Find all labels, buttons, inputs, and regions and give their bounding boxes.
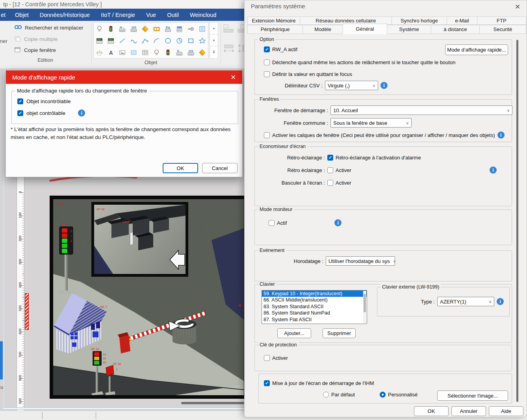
bulb-icon[interactable]	[151, 46, 162, 58]
add-keyboard-button[interactable]: Ajouter...	[277, 328, 311, 338]
burst-icon[interactable]	[94, 46, 105, 58]
traffic-icon[interactable]	[162, 46, 174, 58]
monitor-active-checkbox[interactable]	[269, 220, 275, 226]
tab-email[interactable]: e-Mail	[447, 17, 477, 25]
picture-icon[interactable]	[117, 46, 128, 58]
wave-icon[interactable]	[128, 35, 139, 46]
custom-radio[interactable]	[380, 392, 386, 398]
scroll-down-button[interactable]: ▼	[210, 34, 218, 47]
menu-item-weincloud[interactable]: Weincloud	[184, 12, 222, 18]
d999-icon[interactable]: 999	[94, 35, 105, 46]
layers-info-icon[interactable]: i	[497, 131, 505, 139]
menu-item-objet[interactable]: Objet	[9, 12, 34, 18]
line-icon[interactable]	[117, 35, 128, 46]
circle-icon[interactable]	[162, 35, 174, 46]
align-left-icon[interactable]	[223, 24, 235, 35]
default-radio[interactable]	[323, 392, 329, 398]
rwa-checkbox[interactable]: ✓	[264, 46, 270, 52]
tab-ftp[interactable]: FTP	[477, 17, 526, 25]
tab-securite[interactable]: Securité	[479, 25, 526, 34]
tab-a-distance[interactable]: à distance	[431, 25, 480, 34]
listbox-scrollbar[interactable]	[363, 291, 366, 323]
keypad-123-icon[interactable]: 123	[185, 46, 197, 58]
settings-close-icon[interactable]: ✕	[515, 3, 520, 11]
menu-item-vue[interactable]: Vue	[141, 12, 161, 18]
multi-copy-button[interactable]: Copie multiple	[14, 35, 58, 43]
tab-synchro-horloge[interactable]: Synchro horloge	[392, 17, 447, 25]
tab-extension-memoire[interactable]: Extension Mémoire	[247, 17, 300, 25]
menu-item-donnees[interactable]: Données/Historique	[34, 12, 95, 18]
arc-icon[interactable]	[151, 35, 162, 46]
tag-icon[interactable]	[197, 46, 208, 58]
keypad-123-icon[interactable]: 123	[128, 23, 139, 35]
boot-update-checkbox[interactable]: ✓	[264, 380, 270, 386]
release-action-checkbox[interactable]	[264, 59, 270, 65]
scroll-more-button[interactable]: ▼	[210, 46, 218, 59]
panel-icon[interactable]	[128, 46, 139, 58]
star-icon[interactable]	[197, 35, 208, 46]
menu-item-outil[interactable]: Outil	[161, 12, 184, 18]
bulb-icon[interactable]	[94, 23, 105, 35]
uncontrollable-checkbox[interactable]: ✓	[17, 98, 23, 104]
keypad-h-icon[interactable]: H↔	[174, 46, 185, 58]
menu-item-partial[interactable]: et	[0, 12, 9, 18]
controllable-checkbox[interactable]: ✓	[17, 110, 23, 116]
type-select[interactable]: AZERTY(1)∨	[437, 297, 494, 306]
inset-window-object[interactable]: SP 18 WL 6	[91, 202, 188, 277]
keypad-h-icon[interactable]: H↔	[117, 23, 128, 35]
tab-peripherique[interactable]: Périphérique	[247, 25, 303, 34]
tab-modele[interactable]: Modèle	[302, 25, 343, 34]
list-item[interactable]: 59. Keypad 10 - Integer(translucent)	[262, 290, 367, 297]
switch-icon[interactable]	[151, 23, 162, 35]
slider-icon[interactable]	[185, 23, 197, 35]
timestamp-select[interactable]: Utiliser l'horodatage du sys∨	[326, 256, 395, 266]
text-icon[interactable]: A	[105, 46, 117, 58]
selection-red-bar[interactable]	[25, 293, 29, 330]
search-replace-button[interactable]: Rechercher et remplacer	[14, 24, 84, 31]
backlight-info-icon[interactable]: i	[490, 167, 497, 174]
window-copy-button[interactable]: Copie fenêtre	[14, 46, 56, 54]
protection-checkbox[interactable]	[264, 355, 270, 361]
settings-help-button[interactable]: Aide	[489, 406, 523, 416]
combo-icon[interactable]	[174, 23, 185, 35]
set-value-focus-checkbox[interactable]	[264, 71, 270, 77]
cancel-button[interactable]: Cancel	[202, 163, 238, 173]
info-icon[interactable]: i	[78, 109, 85, 117]
start-window-select[interactable]: 10. Accueil∨	[330, 105, 512, 115]
rect-icon[interactable]	[185, 35, 197, 46]
side-panel-fragment[interactable]	[0, 341, 3, 379]
traffic-icon[interactable]	[105, 23, 117, 35]
common-window-select[interactable]: Sous la fenêtre de base∨	[330, 118, 412, 128]
table-icon[interactable]	[139, 46, 151, 58]
menu-item-iiot[interactable]: IIoT / Energie	[95, 12, 141, 18]
monitor-info-icon[interactable]: i	[334, 219, 341, 226]
tab-general[interactable]: Général	[343, 24, 387, 34]
pie-icon[interactable]	[174, 35, 185, 46]
tag-icon[interactable]	[139, 23, 151, 35]
poly-icon[interactable]	[139, 35, 151, 46]
distribute-horizontal-icon[interactable]	[223, 44, 235, 55]
list-item[interactable]: 83. System Standard ASCII	[262, 303, 367, 310]
type-info-icon[interactable]: i	[497, 298, 504, 305]
quick-display-mode-button[interactable]: Mode d’affichage rapide...	[445, 44, 508, 55]
csv-info-icon[interactable]: i	[380, 82, 388, 89]
list-item[interactable]: 66. ASCII Middle(translucent)	[262, 297, 367, 303]
settings-scrollbar[interactable]	[516, 40, 518, 402]
list-icon[interactable]	[197, 23, 208, 35]
dabc-icon[interactable]: ABC	[105, 35, 117, 46]
horizontal-scrollbar-thumb[interactable]	[181, 402, 244, 404]
fn-icon[interactable]: Fn	[162, 23, 174, 35]
list-item[interactable]: 87. System Flat ASCII	[262, 316, 367, 323]
scroll-up-button[interactable]: ▲	[210, 22, 218, 35]
settings-cancel-button[interactable]: Annuler	[451, 406, 486, 416]
list-item[interactable]: 86. System Standard NumPad	[262, 310, 367, 316]
remove-keyboard-button[interactable]: Supprimer	[323, 328, 356, 338]
rotating-cylinder-object[interactable]	[169, 320, 196, 344]
select-image-button[interactable]: Sélectionner l'image...	[437, 390, 508, 401]
tab-systeme[interactable]: Système	[387, 25, 431, 34]
ok-button[interactable]: OK	[163, 163, 198, 173]
hmi-canvas[interactable]: SP 18 WL 6	[50, 196, 247, 399]
backlight-alarm-checkbox[interactable]: ✓	[327, 155, 333, 161]
settings-ok-button[interactable]: OK	[414, 406, 449, 416]
window-layers-checkbox[interactable]	[264, 132, 270, 138]
